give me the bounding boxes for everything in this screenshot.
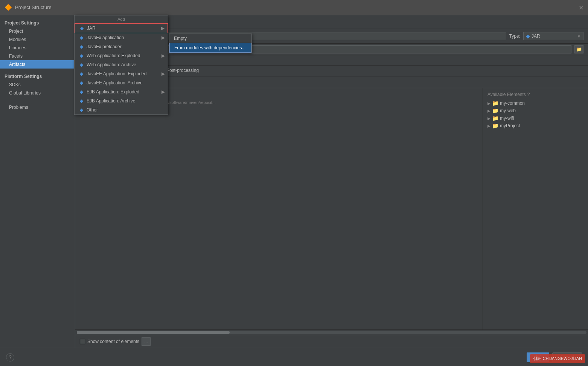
folder-my-web-icon: 📁: [492, 108, 498, 114]
javafx-app-arrow: ▶: [161, 35, 165, 40]
ejb-exploded-icon: ◆: [78, 89, 84, 95]
dropdown-header: Add: [75, 15, 168, 23]
app-icon: 🔶: [5, 4, 12, 11]
jar-menu-icon: ◆: [79, 25, 85, 31]
expand-my-web[interactable]: ▶: [487, 109, 491, 113]
javafx-preloader-label: JavaFx preloader: [87, 44, 122, 49]
ejb-archive-icon: ◆: [78, 98, 84, 104]
watermark: 创狂 CHIJANGBWOJLIAN: [530, 354, 585, 363]
window-title: Project Structure: [15, 5, 52, 10]
folder-myproject-icon: 📁: [492, 123, 498, 129]
sidebar-item-problems[interactable]: Problems: [0, 103, 75, 111]
expand-my-wifi[interactable]: ▶: [487, 116, 491, 120]
dropdown-item-ejb-archive[interactable]: ◆ EJB Application: Archive: [75, 96, 168, 105]
sidebar-item-facets[interactable]: Facets: [0, 52, 75, 60]
dropdown-item-javaee-exploded[interactable]: ◆ JavaEE Application: Exploded ▶: [75, 69, 168, 78]
javaee-exploded-icon: ◆: [78, 71, 84, 77]
show-content-checkbox[interactable]: [80, 339, 85, 344]
project-settings-label: Project Settings: [0, 18, 75, 27]
content-split: 📦 my-wifi.jar 🗜 Extracted 'commons-io-2.…: [75, 88, 588, 329]
scrollbar-track[interactable]: [77, 331, 586, 334]
dropdown-menu: Add ◆ JAR ▶ Empty From modules with depe…: [74, 15, 168, 115]
type-label: Type:: [509, 34, 520, 39]
javafx-app-label: JavaFx application: [87, 35, 124, 40]
avail-myproject-label: myProject: [500, 123, 520, 128]
javaee-archive-icon: ◆: [78, 80, 84, 86]
close-button[interactable]: ✕: [579, 4, 583, 11]
scrollbar-row: [75, 329, 588, 335]
dropdown-item-webapp-exploded[interactable]: ◆ Web Application: Exploded ▶: [75, 51, 168, 60]
webapp-archive-icon: ◆: [78, 62, 84, 68]
dropdown-item-javafx-preloader[interactable]: ◆ JavaFx preloader: [75, 42, 168, 51]
sub-item-from-modules[interactable]: From modules with dependencies...: [169, 43, 251, 53]
platform-settings-label: Platform Settings: [0, 72, 75, 81]
javaee-exploded-arrow: ▶: [161, 71, 165, 76]
avail-item-my-web[interactable]: ▶ 📁 my-web: [484, 107, 586, 114]
ejb-exploded-arrow: ▶: [161, 89, 165, 95]
javaee-exploded-label: JavaEE Application: Exploded: [87, 71, 146, 76]
dropdown-item-webapp-archive[interactable]: ◆ Web Application: Archive: [75, 60, 168, 69]
type-value: JAR: [532, 34, 576, 39]
sidebar-item-sdks[interactable]: SDKs: [0, 81, 75, 89]
show-content-more-btn[interactable]: ...: [142, 337, 151, 346]
help-button[interactable]: ?: [6, 353, 14, 361]
sidebar-item-global-libraries[interactable]: Global Libraries: [0, 89, 75, 97]
scrollbar-thumb[interactable]: [77, 331, 230, 334]
available-help-icon: ?: [527, 92, 530, 97]
jar-sub-dropdown: Empty From modules with dependencies...: [169, 34, 252, 53]
avail-item-myproject[interactable]: ▶ 📁 myProject: [484, 122, 586, 130]
type-dropdown-arrow: ▼: [577, 34, 581, 38]
avail-my-wifi-label: my-wifi: [500, 116, 514, 121]
dropdown-item-javaee-archive[interactable]: ◆ JavaEE Application: Archive: [75, 78, 168, 87]
available-label: Available Elements: [487, 92, 526, 97]
webapp-exploded-arrow: ▶: [161, 53, 165, 58]
commons-io-path: (D:/software/maven/reposit...: [161, 100, 216, 105]
sidebar-item-artifacts[interactable]: Artifacts: [0, 60, 75, 69]
bottom-left: ?: [6, 353, 14, 361]
avail-item-my-common[interactable]: ▶ 📁 my-common: [484, 99, 586, 107]
webapp-exploded-icon: ◆: [78, 53, 84, 59]
other-icon: ◆: [78, 107, 84, 113]
javaee-archive-label: JavaEE Application: Archive: [87, 80, 143, 85]
sidebar-item-modules[interactable]: Modules: [0, 35, 75, 44]
jar-submenu-arrow: ▶: [161, 26, 165, 31]
javafx-preloader-icon: ◆: [78, 44, 84, 50]
bottom-bar: ? OK Cancel: [0, 348, 588, 366]
jar-menu-label: JAR: [87, 26, 96, 31]
expand-myproject[interactable]: ▶: [487, 124, 491, 128]
available-panel: Available Elements ? ▶ 📁 my-common ▶ 📁 m…: [483, 88, 588, 329]
ejb-exploded-label: EJB Application: Exploded: [87, 89, 139, 95]
show-content-label: Show content of elements: [87, 339, 139, 344]
type-select[interactable]: ◆ JAR ▼: [523, 32, 583, 40]
avail-my-web-label: my-web: [500, 108, 516, 113]
webapp-exploded-label: Web Application: Exploded: [87, 53, 140, 58]
show-content-row: Show content of elements ...: [75, 335, 588, 348]
file-tree: 📦 my-wifi.jar 🗜 Extracted 'commons-io-2.…: [75, 88, 483, 329]
ejb-archive-label: EJB Application: Archive: [87, 98, 135, 104]
folder-my-common-icon: 📁: [492, 100, 498, 106]
avail-item-my-wifi[interactable]: ▶ 📁 my-wifi: [484, 114, 586, 122]
browse-button[interactable]: 📁: [574, 45, 583, 53]
webapp-archive-label: Web Application: Archive: [87, 62, 136, 67]
sidebar: Project Settings Project Modules Librari…: [0, 15, 75, 348]
sidebar-item-libraries[interactable]: Libraries: [0, 44, 75, 52]
type-jar-icon: ◆: [526, 33, 530, 39]
folder-my-wifi-icon: 📁: [492, 115, 498, 121]
dropdown-item-javafx-app[interactable]: ◆ JavaFx application ▶: [75, 33, 168, 42]
expand-my-common[interactable]: ▶: [487, 101, 491, 105]
sub-item-empty[interactable]: Empty: [169, 34, 251, 43]
available-header: Available Elements ?: [484, 91, 586, 99]
dropdown-item-ejb-exploded[interactable]: ◆ EJB Application: Exploded ▶: [75, 87, 168, 96]
other-label: Other: [87, 107, 98, 113]
avail-my-common-label: my-common: [500, 101, 525, 106]
sidebar-item-project[interactable]: Project: [0, 27, 75, 35]
javafx-app-icon: ◆: [78, 35, 84, 41]
dropdown-item-jar[interactable]: ◆ JAR ▶ Empty From modules with dependen…: [75, 23, 168, 33]
dropdown-item-other[interactable]: ◆ Other: [75, 105, 168, 114]
dropdown-overlay: Add ◆ JAR ▶ Empty From modules with depe…: [74, 15, 168, 115]
title-bar: 🔶 Project Structure ✕: [0, 0, 588, 15]
